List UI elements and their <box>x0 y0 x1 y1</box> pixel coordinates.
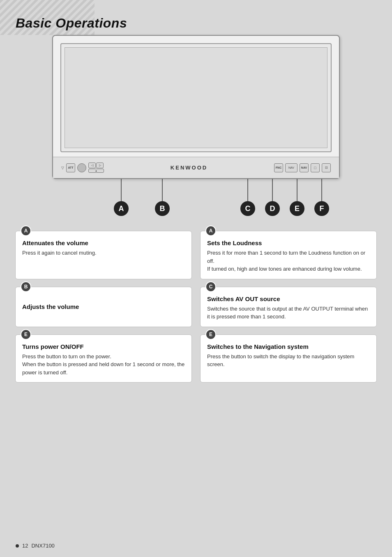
card-nav-body: Press the button to switch the display t… <box>207 353 370 369</box>
footer-dot <box>16 544 19 548</box>
badge-e2: E <box>205 329 216 340</box>
card-loudness-title: Sets the Loudness <box>207 239 370 246</box>
power-button: □ <box>311 163 320 172</box>
callout-lines: A B C D E F <box>52 179 340 224</box>
page-title: Basic Operations <box>16 12 392 31</box>
card-navigation: E Switches to the Navigation system Pres… <box>200 334 377 383</box>
fnc-button: FNC <box>274 163 283 172</box>
badge-b: B <box>21 281 31 292</box>
card-attenuate-title: Attenuates the volume <box>22 239 185 246</box>
prev-button: ◁ <box>88 162 96 168</box>
card-attenuate-body: Press it again to cancel muting. <box>22 249 185 257</box>
page-footer: 12 DNX7100 <box>16 543 55 549</box>
card-av-out-body: Switches the source that is output at th… <box>207 305 370 321</box>
card-av-out: C Switches AV OUT source Switches the so… <box>200 287 377 327</box>
card-power-body: Press the button to turn on the power.Wh… <box>22 353 185 377</box>
device-controls-bar: ▽ ATT ◁ ▷ ▲ KENWOOD FNC NAV NAV □ ⊡ <box>53 157 339 178</box>
badge-c: C <box>205 281 216 292</box>
card-adjust-title: Adjusts the volume <box>22 303 79 310</box>
svg-text:C: C <box>245 204 251 213</box>
svg-text:A: A <box>119 204 124 213</box>
svg-text:D: D <box>270 204 275 213</box>
device-diagram-wrapper: ▽ ATT ◁ ▷ ▲ KENWOOD FNC NAV NAV □ ⊡ <box>52 35 340 224</box>
device-screen-inner <box>65 47 327 148</box>
card-power-title: Turns power ON/OFF <box>22 343 185 350</box>
svg-text:F: F <box>320 204 324 213</box>
badge-a1: A <box>21 225 31 236</box>
card-nav-title: Switches to the Navigation system <box>207 343 370 350</box>
nav-button: NAV <box>300 163 309 172</box>
seek-button: ▲ <box>88 169 104 173</box>
card-loudness: A Sets the Loudness Press it for more th… <box>200 231 377 279</box>
page-number: 12 <box>22 543 28 549</box>
next-button: ▷ <box>96 162 104 168</box>
card-loudness-body: Press it for more than 1 second to turn … <box>207 249 370 273</box>
svg-text:E: E <box>295 204 300 213</box>
svg-text:B: B <box>160 204 165 213</box>
card-attenuate-volume: A Attenuates the volume Press it again t… <box>15 231 192 279</box>
att-button: ATT <box>66 163 75 172</box>
card-adjust-volume: B Adjusts the volume <box>15 287 192 327</box>
knob-control <box>77 163 86 172</box>
info-cards-grid: A Attenuates the volume Press it again t… <box>15 231 377 395</box>
page-header: Basic Operations <box>0 0 392 31</box>
nav-menu-button: NAV <box>285 163 297 172</box>
kenwood-logo: KENWOOD <box>104 165 274 171</box>
device-screen <box>60 43 332 152</box>
device-unit: ▽ ATT ◁ ▷ ▲ KENWOOD FNC NAV NAV □ ⊡ <box>52 35 340 179</box>
card-av-out-title: Switches AV OUT source <box>207 295 370 302</box>
badge-a2: A <box>205 225 216 236</box>
model-name: DNX7100 <box>31 543 54 549</box>
extra-button: ⊡ <box>322 163 331 172</box>
card-power: E Turns power ON/OFF Press the button to… <box>15 334 192 383</box>
badge-e1: E <box>21 329 31 340</box>
